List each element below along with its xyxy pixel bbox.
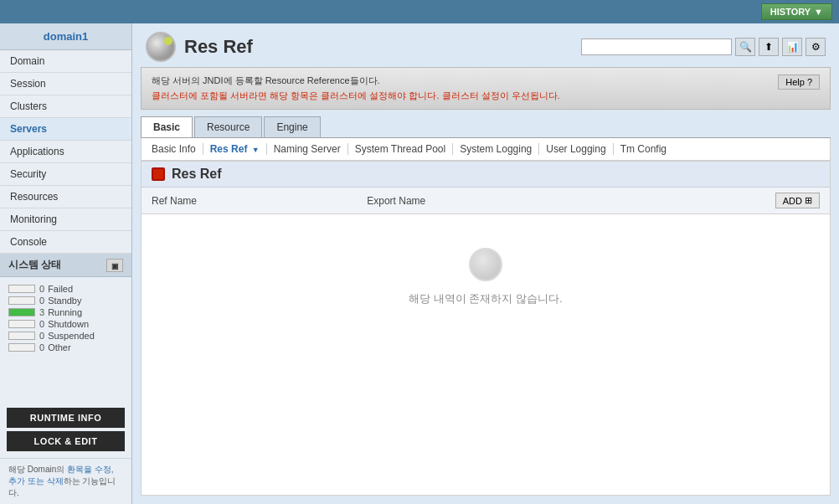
status-bar-running xyxy=(8,308,35,316)
panel-title: Res Ref xyxy=(172,167,222,182)
status-label-standby: Standby xyxy=(48,296,81,306)
sidebar-note-text: 해당 Domain의 xyxy=(8,465,67,474)
col-add: ADD ⊞ xyxy=(616,188,830,214)
tab-resource[interactable]: Resource xyxy=(194,116,262,137)
content-area: Res Ref 🔍 ⬆ 📊 ⚙ 해당 서버의 JNDI에 등록할 Resourc… xyxy=(132,23,839,504)
status-label-other: Other xyxy=(48,342,71,352)
sidebar-item-domain[interactable]: Domain xyxy=(0,50,131,73)
panel-title-bar: Res Ref xyxy=(142,162,830,188)
search-button[interactable]: 🔍 xyxy=(735,38,755,56)
col-ref-name: Ref Name xyxy=(142,188,357,214)
sidebar-item-session[interactable]: Session xyxy=(0,73,131,95)
status-count-running: 3 xyxy=(39,307,44,317)
empty-icon xyxy=(469,248,502,281)
info-line1: 해당 서버의 JNDI에 등록할 Resource Reference들이다. xyxy=(152,75,778,87)
search-input[interactable] xyxy=(581,39,732,55)
top-bar: HISTORY ▼ xyxy=(0,0,839,23)
sub-nav-system-thread-pool[interactable]: System Thread Pool xyxy=(348,143,454,155)
panel-icon xyxy=(152,167,165,181)
status-bar-standby xyxy=(8,296,35,305)
status-count-standby: 0 xyxy=(39,296,44,306)
sub-nav-naming-server[interactable]: Naming Server xyxy=(267,143,348,155)
info-text: 해당 서버의 JNDI에 등록할 Resource Reference들이다. … xyxy=(152,75,778,102)
page-title: Res Ref xyxy=(184,36,253,58)
status-suspended: 0 Suspended xyxy=(8,331,123,341)
add-label: ADD xyxy=(783,196,802,206)
status-count-shutdown: 0 xyxy=(39,319,44,329)
status-section: 0 Failed 0 Standby 3 Running 0 Shutdown … xyxy=(0,277,131,401)
status-shutdown: 0 Shutdown xyxy=(8,319,123,329)
sidebar-item-monitoring[interactable]: Monitoring xyxy=(0,208,131,231)
help-icon: ? xyxy=(807,77,812,87)
info-banner: 해당 서버의 JNDI에 등록할 Resource Reference들이다. … xyxy=(141,67,831,110)
status-count-suspended: 0 xyxy=(39,331,44,341)
system-status-section: 시스템 상태 ▣ xyxy=(0,254,131,277)
sidebar-domain[interactable]: domain1 xyxy=(0,23,131,50)
monitor-button[interactable]: 📊 xyxy=(782,38,802,56)
history-label: HISTORY xyxy=(770,7,811,17)
toolbar-right: 🔍 ⬆ 📊 ⚙ xyxy=(581,38,826,56)
status-bar-other xyxy=(8,343,35,352)
status-count-other: 0 xyxy=(39,342,44,352)
status-label-shutdown: Shutdown xyxy=(48,319,89,329)
monitor-icon: ▣ xyxy=(106,259,123,272)
status-count-failed: 0 xyxy=(39,284,44,294)
upload-button[interactable]: ⬆ xyxy=(759,38,779,56)
sub-nav-user-logging[interactable]: User Logging xyxy=(539,143,613,155)
lock-edit-button[interactable]: LOCK & EDIT xyxy=(7,431,125,451)
main-panel: Res Ref Ref Name Export Name ADD ⊞ xyxy=(141,161,831,496)
sub-nav-system-logging[interactable]: System Logging xyxy=(453,143,539,155)
status-bar-suspended xyxy=(8,332,35,340)
sub-nav-tm-config[interactable]: Tm Config xyxy=(614,143,673,155)
history-arrow-icon: ▼ xyxy=(814,7,823,17)
col-export-name: Export Name xyxy=(357,188,616,214)
sidebar-item-clusters[interactable]: Clusters xyxy=(0,95,131,118)
page-title-icon xyxy=(146,32,176,62)
tab-engine[interactable]: Engine xyxy=(264,116,320,137)
res-ref-table: Ref Name Export Name ADD ⊞ xyxy=(142,188,830,340)
sidebar-item-resources[interactable]: Resources xyxy=(0,186,131,208)
status-failed: 0 Failed xyxy=(8,284,123,294)
sidebar: domain1 Domain Session Clusters Servers … xyxy=(0,23,132,504)
sidebar-item-console[interactable]: Console xyxy=(0,231,131,254)
sidebar-item-security[interactable]: Security xyxy=(0,163,131,186)
sub-nav-basic-info[interactable]: Basic Info xyxy=(152,143,203,155)
page-title-area: Res Ref xyxy=(146,32,253,62)
sidebar-buttons: RUNTIME INFO LOCK & EDIT xyxy=(0,401,131,458)
content-header: Res Ref 🔍 ⬆ 📊 ⚙ xyxy=(132,23,839,67)
help-label: Help xyxy=(785,77,805,87)
add-icon: ⊞ xyxy=(805,195,812,206)
status-label-running: Running xyxy=(48,307,82,317)
status-bar-shutdown xyxy=(8,320,35,328)
tab-bar: Basic Resource Engine xyxy=(141,116,831,138)
sub-nav: Basic Info Res Ref ▼ Naming Server Syste… xyxy=(141,138,831,161)
runtime-info-button[interactable]: RUNTIME INFO xyxy=(7,408,125,428)
empty-state: 해당 내역이 존재하지 않습니다. xyxy=(142,214,830,340)
main-layout: domain1 Domain Session Clusters Servers … xyxy=(0,23,839,504)
status-other: 0 Other xyxy=(8,342,123,352)
status-label-failed: Failed xyxy=(48,284,73,294)
add-button[interactable]: ADD ⊞ xyxy=(775,193,820,208)
status-bar-failed xyxy=(8,285,35,293)
info-line2: 클러스터에 포함될 서버라면 해당 항목은 클러스터에 설정해야 합니다. 클러… xyxy=(152,90,778,102)
empty-message: 해당 내역이 존재하지 않습니다. xyxy=(409,291,562,306)
status-standby: 0 Standby xyxy=(8,296,123,306)
sidebar-note: 해당 Domain의 환목을 수정, 추가 또는 삭제하는 기능입니다. xyxy=(0,458,131,504)
sidebar-item-applications[interactable]: Applications xyxy=(0,141,131,163)
tab-basic[interactable]: Basic xyxy=(141,116,193,137)
sub-nav-res-ref[interactable]: Res Ref ▼ xyxy=(203,143,267,155)
history-button[interactable]: HISTORY ▼ xyxy=(761,3,832,20)
dropdown-arrow-icon: ▼ xyxy=(252,146,260,154)
sidebar-item-servers[interactable]: Servers xyxy=(0,118,131,141)
help-button[interactable]: Help ? xyxy=(778,75,820,90)
status-running: 3 Running xyxy=(8,307,123,317)
status-label-suspended: Suspended xyxy=(48,331,95,341)
system-status-label: 시스템 상태 xyxy=(8,258,61,272)
gear-button[interactable]: ⚙ xyxy=(806,38,826,56)
